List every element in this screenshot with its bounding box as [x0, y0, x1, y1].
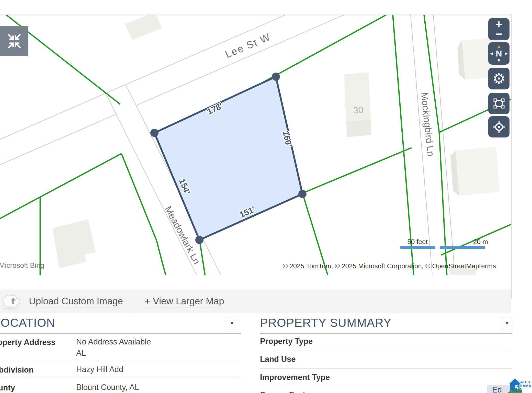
row-separator [0, 360, 241, 360]
parcel-vertex[interactable] [195, 236, 203, 244]
mls-logo-text: GREATER ALABAMA MLS [512, 380, 531, 392]
mls-logo-line: MLS [512, 388, 531, 392]
upload-custom-image-link[interactable]: Upload Custom Image [29, 296, 123, 308]
draw-selection-button[interactable] [488, 93, 510, 114]
compass-up-arrow[interactable]: ▲ [497, 44, 501, 49]
gear-icon: ⚙ [492, 70, 505, 87]
locate-target-icon [492, 120, 506, 134]
location-section: LOCATION ▼ [0, 316, 241, 333]
zoom-control[interactable]: + − [488, 18, 510, 40]
location-row-value: No Address Available [76, 337, 151, 346]
scale-feet-label: 50 feet [407, 238, 428, 246]
summary-title-rule [260, 333, 512, 333]
collapse-icon [6, 33, 23, 50]
building-number-label: 30 [353, 105, 364, 115]
property-summary-title: PROPERTY SUMMARY [260, 316, 512, 330]
chevron-down-icon: ▼ [505, 321, 509, 326]
property-page: { "map": { "streets": { "lee": "Lee St W… [0, 0, 532, 393]
summary-row-label: Property Type [260, 337, 313, 346]
location-row-value: Blount County, AL [76, 383, 139, 392]
scale-feet-bar [400, 246, 435, 249]
compass-north-label[interactable]: N [496, 50, 502, 57]
compass-down-arrow[interactable]: ▼ [497, 58, 501, 63]
parcel-vertex[interactable] [272, 73, 280, 81]
compass-right-arrow[interactable]: ▶ [505, 51, 508, 56]
collapse-map-button[interactable] [0, 26, 28, 56]
parcel-vertex[interactable] [150, 129, 159, 137]
parcel-vertex[interactable] [298, 190, 307, 198]
compass-left-arrow[interactable]: ◀ [490, 51, 493, 56]
view-larger-map-link[interactable]: + View Larger Map [145, 296, 224, 308]
row-separator [0, 378, 241, 378]
parcel-map[interactable]: 30 178' 160' 154' [0, 15, 511, 275]
map-settings-button[interactable]: ⚙ [488, 68, 510, 89]
terms-link[interactable]: Terms [478, 262, 496, 270]
summary-collapse-button[interactable]: ▼ [502, 318, 512, 329]
location-collapse-button[interactable]: ▼ [227, 318, 237, 329]
location-row-value: Hazy Hill Add [76, 365, 123, 374]
row-separator [260, 368, 512, 368]
scale-meters-bar [440, 246, 485, 249]
summary-row-label: Land Use [260, 355, 296, 364]
zoom-out-button[interactable]: − [495, 29, 502, 39]
row-separator [260, 386, 512, 386]
property-summary-section: PROPERTY SUMMARY ▼ [260, 316, 512, 333]
summary-row-label: Improvement Type [260, 373, 330, 382]
location-title-rule [0, 333, 241, 333]
bing-attribution: Microsoft Bing [0, 261, 44, 269]
mls-logo-line: GREATER [512, 380, 531, 384]
row-separator [260, 350, 512, 350]
location-title: LOCATION [0, 316, 235, 330]
toolbar-divider [131, 290, 131, 313]
selection-rect-icon [493, 98, 505, 109]
upload-cloud-icon[interactable] [2, 294, 25, 310]
location-row-label: Property Address [0, 338, 55, 347]
location-row-value: AL [76, 349, 86, 358]
map-copyright: © 2025 TomTom, © 2025 Microsoft Corporat… [283, 262, 479, 270]
map-toolbar: Upload Custom Image + View Larger Map [0, 290, 511, 313]
scale-meters-label: 20 m [473, 238, 488, 246]
map-container: 30 178' 160' 154' [0, 15, 512, 299]
location-row-label: Subdivision [0, 365, 34, 375]
locate-button[interactable] [488, 116, 510, 137]
chevron-down-icon: ▼ [230, 321, 234, 326]
compass-control[interactable]: ▲ ◀ N ▶ ▼ [488, 42, 510, 65]
mls-logo-line: ALABAMA [512, 384, 531, 388]
summary-row-label: Square Feet [260, 390, 305, 393]
location-row-label: County [0, 383, 15, 392]
